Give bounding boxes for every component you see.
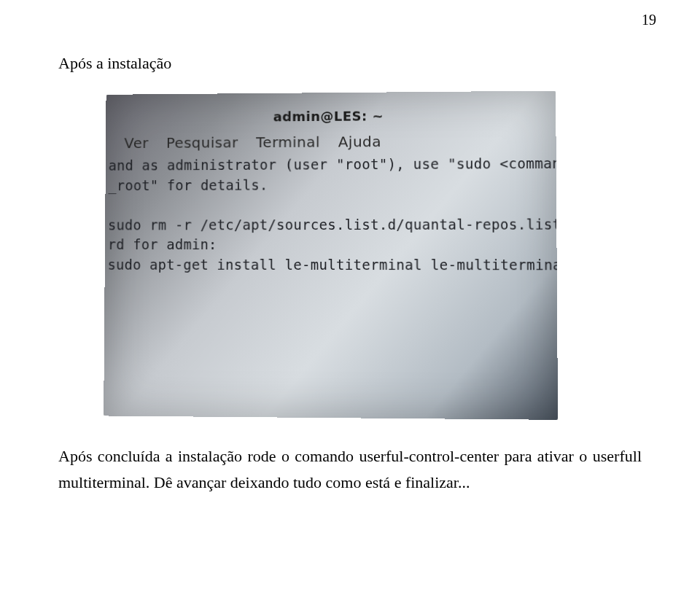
body-paragraph: Após concluída a instalação rode o coman… — [58, 443, 642, 496]
document-page: 19 Após a instalação admin@LES: ~ Ver Pe… — [0, 0, 700, 592]
section-heading: Após a instalação — [58, 54, 642, 73]
terminal-photo-wrapper: admin@LES: ~ Ver Pesquisar Terminal Ajud… — [102, 92, 554, 417]
terminal-photo: admin@LES: ~ Ver Pesquisar Terminal Ajud… — [104, 91, 558, 420]
terminal-menu-bar: Ver Pesquisar Terminal Ajuda — [124, 133, 381, 152]
terminal-output: and as administrator (user "root"), use … — [105, 154, 557, 276]
page-number: 19 — [642, 12, 656, 28]
terminal-window-title: admin@LES: ~ — [106, 107, 556, 125]
